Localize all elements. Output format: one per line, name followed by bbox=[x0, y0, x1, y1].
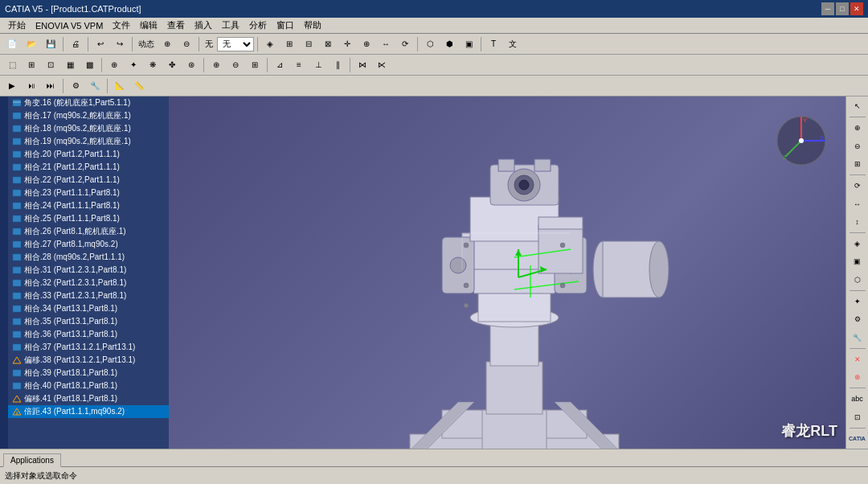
menu-edit[interactable]: 编辑 bbox=[135, 18, 162, 33]
tb2-zoom-in[interactable]: ⊕ bbox=[207, 56, 225, 74]
tb-undo[interactable]: ↩ bbox=[92, 35, 109, 53]
rtb-15[interactable]: abc bbox=[849, 391, 866, 407]
tb2-6[interactable]: ⊕ bbox=[105, 56, 123, 74]
tree-item-3[interactable]: 相合.19 (mq90s.2,舵机底座.1) bbox=[0, 135, 169, 148]
tb2-zoom-out[interactable]: ⊖ bbox=[227, 56, 244, 74]
tb2-snap-1[interactable]: ⋈ bbox=[354, 56, 371, 74]
rtb-pointer[interactable]: ↖ bbox=[849, 98, 866, 114]
tb-dropdown-mode[interactable]: 无 标准 详细 bbox=[217, 37, 254, 51]
tree-item-18[interactable]: 相合.36 (Part13.1,Part8.1) bbox=[0, 328, 169, 341]
tb-open[interactable]: 📂 bbox=[23, 35, 40, 53]
tree-item-6[interactable]: 相合.22 (Part1.2,Part1.1.1) bbox=[0, 174, 169, 187]
tree-item-5[interactable]: 相合.21 (Part1.2,Part1.1.1) bbox=[0, 161, 169, 174]
menu-file[interactable]: 文件 bbox=[108, 18, 135, 33]
menu-help[interactable]: 帮助 bbox=[299, 18, 326, 33]
tb2-4[interactable]: ▦ bbox=[61, 56, 79, 74]
tb-motion-1[interactable]: ⊕ bbox=[158, 35, 176, 53]
tb-view-5[interactable]: ✛ bbox=[338, 35, 356, 53]
tb-dim-3[interactable]: ▣ bbox=[460, 35, 477, 53]
tree-item-20[interactable]: 偏移.38 (Part13.1.2.1,Part13.1) bbox=[0, 354, 169, 367]
tb-view-4[interactable]: ⊠ bbox=[319, 35, 337, 53]
rtb-12[interactable]: 🔧 bbox=[849, 329, 866, 345]
tb-view-6[interactable]: ⊕ bbox=[358, 35, 375, 53]
tb2-7[interactable]: ✦ bbox=[125, 56, 142, 74]
3d-viewport[interactable]: Y X Z 睿龙RLT bbox=[169, 96, 845, 449]
tb2-3[interactable]: ⊡ bbox=[42, 56, 59, 74]
rtb-16[interactable]: ⊡ bbox=[849, 409, 866, 425]
tree-item-8[interactable]: 相合.24 (Part1.1.1,Part8.1) bbox=[0, 199, 169, 212]
tree-item-15[interactable]: 相合.33 (Part1.2.3.1,Part8.1) bbox=[0, 289, 169, 302]
menu-start[interactable]: 开始 bbox=[3, 18, 31, 33]
tb-view-3[interactable]: ⊟ bbox=[300, 35, 317, 53]
rtb-9[interactable]: ⬡ bbox=[849, 272, 866, 288]
tab-applications[interactable]: Applications bbox=[3, 453, 61, 467]
rtb-3[interactable]: ⊞ bbox=[849, 156, 866, 172]
tb2-1[interactable]: ⬚ bbox=[3, 56, 21, 74]
tb-print[interactable]: 🖨 bbox=[67, 35, 84, 53]
tree-item-2[interactable]: 相合.18 (mq90s.2,舵机底座.1) bbox=[0, 122, 169, 135]
tb3-2[interactable]: ⏯ bbox=[23, 77, 40, 95]
tb3-6[interactable]: 📐 bbox=[111, 77, 129, 95]
menu-insert[interactable]: 插入 bbox=[190, 18, 217, 33]
close-button[interactable]: ✕ bbox=[850, 2, 863, 15]
tree-item-17[interactable]: 相合.35 (Part13.1,Part8.1) bbox=[0, 315, 169, 328]
minimize-button[interactable]: ─ bbox=[821, 2, 834, 15]
menu-enovia[interactable]: ENOVIA V5 VPM bbox=[31, 19, 108, 32]
rtb-7[interactable]: ◈ bbox=[849, 236, 866, 252]
tb-save[interactable]: 💾 bbox=[42, 35, 59, 53]
tb3-3[interactable]: ⏭ bbox=[42, 77, 59, 95]
tb3-1[interactable]: ▶ bbox=[3, 77, 21, 95]
tb-motion-2[interactable]: ⊖ bbox=[178, 35, 195, 53]
tb-new[interactable]: 📄 bbox=[3, 35, 21, 53]
tree-item-1[interactable]: 相合.17 (mq90s.2,舵机底座.1) bbox=[0, 109, 169, 122]
tb3-5[interactable]: 🔧 bbox=[86, 77, 104, 95]
rtb-14[interactable]: ⊗ bbox=[849, 369, 866, 385]
tb3-7[interactable]: 📏 bbox=[130, 77, 148, 95]
tb2-constraint-2[interactable]: ≡ bbox=[290, 56, 308, 74]
rtb-11[interactable]: ⚙ bbox=[849, 311, 866, 327]
rtb-13[interactable]: ✕ bbox=[849, 351, 866, 367]
rtb-10[interactable]: ✦ bbox=[849, 293, 866, 310]
tb2-constraint-1[interactable]: ⊿ bbox=[271, 56, 289, 74]
menu-view[interactable]: 查看 bbox=[162, 18, 190, 33]
tree-item-13[interactable]: 相合.31 (Part1.2.3.1,Part8.1) bbox=[0, 264, 169, 277]
tree-item-24[interactable]: 倍距.43 (Part1.1.1,mq90s.2) bbox=[0, 405, 169, 418]
menu-window[interactable]: 窗口 bbox=[272, 18, 299, 33]
tree-item-4[interactable]: 相合.20 (Part1.2,Part1.1.1) bbox=[0, 148, 169, 161]
tb2-constraint-4[interactable]: ∥ bbox=[329, 56, 346, 74]
tree-item-9[interactable]: 相合.25 (Part1.1.1,Part8.1) bbox=[0, 212, 169, 225]
tree-item-19[interactable]: 相合.37 (Part13.1.2.1,Part13.1) bbox=[0, 341, 169, 354]
menu-analysis[interactable]: 分析 bbox=[244, 18, 272, 33]
tb-view-8[interactable]: ⟳ bbox=[396, 35, 414, 53]
tb2-8[interactable]: ❋ bbox=[144, 56, 162, 74]
rtb-2[interactable]: ⊖ bbox=[849, 138, 866, 154]
tb-text-1[interactable]: T bbox=[485, 35, 502, 53]
menu-tools[interactable]: 工具 bbox=[217, 18, 244, 33]
tb2-9[interactable]: ✤ bbox=[163, 56, 181, 74]
tree-item-10[interactable]: 相合.26 (Part8.1,舵机底座.1) bbox=[0, 225, 169, 238]
tree-item-16[interactable]: 相合.34 (Part13.1,Part8.1) bbox=[0, 302, 169, 315]
tb2-5[interactable]: ▩ bbox=[80, 56, 98, 74]
tree-item-22[interactable]: 相合.40 (Part18.1,Part8.1) bbox=[0, 379, 169, 392]
tb2-snap-2[interactable]: ⋉ bbox=[373, 56, 391, 74]
tb-view-7[interactable]: ↔ bbox=[377, 35, 395, 53]
tb-dim-1[interactable]: ⬡ bbox=[421, 35, 439, 53]
rtb-1[interactable]: ⊕ bbox=[849, 120, 866, 136]
tb3-4[interactable]: ⚙ bbox=[67, 77, 84, 95]
tb-view-2[interactable]: ⊞ bbox=[280, 35, 298, 53]
tree-item-21[interactable]: 相合.39 (Part18.1,Part8.1) bbox=[0, 367, 169, 379]
tree-item-0[interactable]: 角变.16 (舵机底座1,Part5.1.1) bbox=[0, 96, 169, 109]
tb-view-1[interactable]: ◈ bbox=[261, 35, 279, 53]
maximize-button[interactable]: □ bbox=[836, 2, 849, 15]
tree-item-23[interactable]: 偏移.41 (Part18.1,Part8.1) bbox=[0, 392, 169, 405]
tree-item-11[interactable]: 相合.27 (Part8.1,mq90s.2) bbox=[0, 238, 169, 251]
tb2-10[interactable]: ⊛ bbox=[182, 56, 200, 74]
tb-redo[interactable]: ↪ bbox=[111, 35, 129, 53]
tb2-2[interactable]: ⊞ bbox=[23, 56, 40, 74]
tb2-fit[interactable]: ⊞ bbox=[246, 56, 264, 74]
tb-dim-2[interactable]: ⬢ bbox=[440, 35, 458, 53]
rtb-4[interactable]: ⟳ bbox=[849, 178, 866, 194]
tree-item-7[interactable]: 相合.23 (Part1.1.1,Part8.1) bbox=[0, 187, 169, 199]
tree-item-12[interactable]: 相合.28 (mq90s.2,Part1.1.1) bbox=[0, 251, 169, 264]
rtb-8[interactable]: ▣ bbox=[849, 253, 866, 269]
